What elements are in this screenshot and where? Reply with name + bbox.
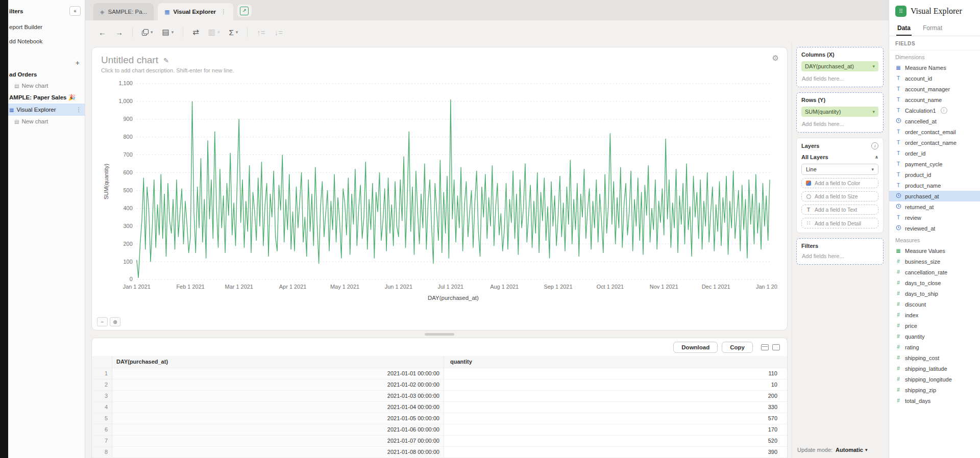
number-field-icon: # — [895, 345, 901, 350]
duplicate-chart-button[interactable]: ▾ — [142, 29, 153, 36]
sort-descending-button[interactable]: ↓= — [275, 28, 283, 37]
field-item-returned-at[interactable]: returned_at — [889, 201, 980, 212]
field-item-measure-values[interactable]: ▦Measure Values — [889, 245, 980, 256]
aggregate-button[interactable]: Σ▾ — [229, 28, 238, 37]
download-button[interactable]: Download — [673, 342, 718, 353]
mark-type-select[interactable]: Line ▾ — [801, 164, 878, 175]
tab-data[interactable]: Data — [896, 21, 912, 36]
tab-sample-paper-sales[interactable]: ◈ SAMPLE: Pa... — [93, 3, 154, 20]
field-item-price[interactable]: #price — [889, 320, 980, 331]
number-field-icon: # — [895, 323, 901, 328]
tab-format[interactable]: Format — [922, 21, 943, 36]
field-item-business-size[interactable]: #business_size — [889, 256, 980, 267]
expand-table-icon[interactable] — [772, 344, 780, 350]
field-item-cancellation-rate[interactable]: #cancellation_rate — [889, 267, 980, 277]
table-row[interactable]: 42021-01-04 00:00:00330 — [92, 402, 787, 413]
sidebar-item-new-chart-2[interactable]: ▤ New chart — [8, 116, 85, 127]
add-document-button[interactable]: + — [76, 59, 80, 67]
cell-date: 2021-01-05 00:00:00 — [112, 413, 444, 424]
info-icon[interactable]: i — [871, 142, 878, 149]
chart-type-button[interactable]: ▤▾ — [162, 28, 174, 37]
resize-handle[interactable] — [425, 333, 454, 336]
field-item-product-name[interactable]: Tproduct_name — [889, 180, 980, 191]
filters-well[interactable]: Filters Add fields here... — [796, 238, 884, 265]
sort-ascending-button[interactable]: ↑= — [257, 28, 265, 37]
field-item-shipping-zip[interactable]: #shipping_zip — [889, 385, 980, 395]
column-header-day-purchased-at[interactable]: DAY(purchased_at) — [112, 356, 444, 368]
table-row[interactable]: 52021-01-05 00:00:00570 — [92, 413, 787, 424]
field-item-cancelled-at[interactable]: cancelled_at — [889, 116, 980, 126]
redo-button[interactable]: → — [115, 28, 123, 37]
sidebar-item-new-chart[interactable]: ▤ New chart — [8, 80, 85, 91]
field-item-order-id[interactable]: Torder_id — [889, 148, 980, 159]
field-item-order-contact-name[interactable]: Torder_contact_name — [889, 137, 980, 148]
field-item-calculation1[interactable]: TCalculation1i — [889, 105, 980, 116]
field-item-order-contact-email[interactable]: Torder_contact_email — [889, 126, 980, 137]
tab-visual-explorer[interactable]: ▦ Visual Explorer ⋮ — [158, 3, 233, 20]
layer-slot-text[interactable]: TAdd a field to Text — [801, 205, 878, 215]
field-item-review[interactable]: Treview — [889, 212, 980, 223]
field-item-shipping-longitude[interactable]: #shipping_longitude — [889, 374, 980, 385]
field-pill-sum-quantity[interactable]: SUM(quantity) ▾ — [801, 107, 878, 117]
edit-title-icon[interactable]: ✎ — [163, 57, 169, 64]
sidebar-item-add-notebook[interactable]: dd Notebook — [8, 34, 85, 48]
field-item-shipping-cost[interactable]: #shipping_cost — [889, 352, 980, 363]
dimensions-label: Dimensions — [889, 50, 980, 62]
column-header-quantity[interactable]: quantity — [444, 356, 783, 368]
columns-x-well[interactable]: Columns (X) DAY(purchased_at) ▾ Add fiel… — [796, 47, 884, 87]
field-item-days-to-ship[interactable]: #days_to_ship — [889, 288, 980, 299]
field-item-total-days[interactable]: #total_days — [889, 395, 980, 406]
sidebar-item-sample-paper-sales[interactable]: AMPLE: Paper Sales 🎉 — [8, 91, 85, 104]
layer-slot-detail[interactable]: ∷Add a field to Detail — [801, 218, 878, 228]
table-row[interactable]: 32021-01-03 00:00:00200 — [92, 391, 787, 402]
tab-menu-icon[interactable]: ⋮ — [219, 8, 227, 15]
svg-text:May 1 2021: May 1 2021 — [330, 284, 359, 290]
collapse-sidebar-icon[interactable]: « — [69, 6, 81, 16]
field-item-shipping-latitude[interactable]: #shipping_latitude — [889, 363, 980, 374]
field-item-quantity[interactable]: #quantity — [889, 331, 980, 342]
chart-description-placeholder[interactable]: Click to add chart description. Shift-en… — [101, 67, 778, 73]
gridlines — [137, 84, 770, 279]
field-item-index[interactable]: #index — [889, 310, 980, 320]
chart-title[interactable]: Untitled chart — [101, 55, 158, 66]
zoom-reset-button[interactable]: ⊕ — [110, 317, 120, 326]
field-label: shipping_longitude — [905, 376, 952, 383]
layer-slot-size[interactable]: Add a field to Size — [801, 191, 878, 201]
update-mode-select[interactable]: Automatic ▾ — [836, 447, 867, 453]
field-item-days-to-close[interactable]: #days_to_close — [889, 277, 980, 288]
chevron-up-icon[interactable]: ∧ — [875, 155, 878, 160]
copy-button[interactable]: Copy — [722, 342, 753, 353]
table-row[interactable]: 22021-01-02 00:00:0010 — [92, 379, 787, 391]
field-item-rating[interactable]: #rating — [889, 342, 980, 352]
field-item-reviewed-at[interactable]: reviewed_at — [889, 223, 980, 234]
field-item-product-id[interactable]: Tproduct_id — [889, 169, 980, 180]
layer-slot-color[interactable]: Add a field to Color — [801, 178, 878, 188]
pivot-button[interactable]: ⇄ — [192, 28, 199, 37]
field-item-discount[interactable]: #discount — [889, 299, 980, 310]
stack-button[interactable]: ▥▾ — [208, 28, 220, 37]
sidebar-item-orders-folder[interactable]: ad Orders — [8, 69, 85, 80]
table-row[interactable]: 82021-01-08 00:00:00390 — [92, 447, 787, 458]
table-row[interactable]: 12021-01-01 00:00:00110 — [92, 368, 787, 379]
field-item-account-id[interactable]: Taccount_id — [889, 73, 980, 84]
zoom-out-button[interactable]: − — [97, 317, 108, 326]
field-item-account-manager[interactable]: Taccount_manager — [889, 84, 980, 94]
table-row[interactable]: 62021-01-06 00:00:00170 — [92, 424, 787, 436]
collapse-table-icon[interactable] — [761, 344, 769, 350]
line-chart[interactable]: 01002003004005006007008009001,0001,100Ja… — [101, 77, 778, 307]
field-item-measure-names[interactable]: ▦Measure Names — [889, 62, 980, 73]
rows-y-well[interactable]: Rows (Y) SUM(quantity) ▾ Add fields here… — [796, 92, 884, 133]
chart-settings-gear-icon[interactable]: ⚙ — [772, 54, 779, 63]
sidebar-item-report-builder[interactable]: eport Builder — [8, 20, 85, 34]
field-item-payment-cycle[interactable]: Tpayment_cycle — [889, 159, 980, 169]
undo-button[interactable]: ← — [99, 28, 106, 37]
table-row[interactable]: 72021-01-07 00:00:00520 — [92, 436, 787, 447]
field-label: order_id — [905, 150, 925, 157]
kebab-menu-icon[interactable]: ⋮ — [76, 106, 82, 113]
field-item-account-name[interactable]: Taccount_name — [889, 94, 980, 105]
field-pill-day-purchased-at[interactable]: DAY(purchased_at) ▾ — [801, 61, 878, 71]
share-export-tab-button[interactable]: ↗ — [237, 5, 252, 17]
field-item-purchased-at[interactable]: purchased_at — [889, 191, 980, 201]
row-number: 3 — [92, 391, 112, 401]
sidebar-item-visual-explorer[interactable]: ▦ Visual Explorer ⋮ — [8, 104, 85, 116]
